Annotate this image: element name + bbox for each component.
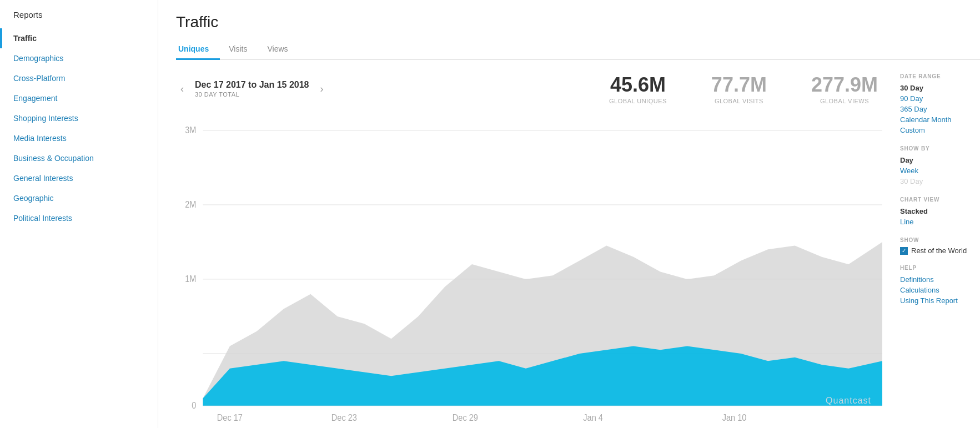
panel-option-calendar-month[interactable]: Calendar Month: [900, 114, 971, 125]
sidebar-item-media-interests[interactable]: Media Interests: [0, 128, 158, 148]
sidebar-item-cross-platform[interactable]: Cross-Platform: [0, 68, 158, 88]
right-panel: Date Range30 Day90 Day365 DayCalendar Mo…: [891, 73, 980, 428]
sidebar: Reports TrafficDemographicsCross-Platfor…: [0, 0, 158, 428]
svg-text:Jan 10: Jan 10: [722, 412, 747, 422]
checkbox-icon-show[interactable]: [900, 247, 908, 255]
panel-option-stacked[interactable]: Stacked: [900, 206, 971, 216]
panel-option-30day[interactable]: 30 Day: [900, 83, 971, 93]
svg-text:2M: 2M: [185, 200, 196, 210]
chart-wrapper: 3M 2M 1M 0 Dec 17 Dec 23 Dec 29 Jan 4 Ja…: [176, 115, 882, 428]
panel-section-show: ShowRest of the World: [900, 237, 971, 255]
panel-section-help: HelpDefinitionsCalculationsUsing This Re…: [900, 265, 971, 306]
stat-global-views: 277.9MGlobal Views: [811, 73, 878, 104]
date-range-block: Dec 17 2017 to Jan 15 2018 30 Day Total: [195, 80, 309, 98]
help-link-calculations[interactable]: Calculations: [900, 285, 971, 295]
panel-option-30day-show: 30 Day: [900, 176, 971, 187]
stat-global-uniques: 45.6MGlobal Uniques: [609, 73, 667, 104]
next-arrow[interactable]: ›: [315, 81, 328, 97]
checkbox-label-show: Rest of the World: [911, 246, 967, 255]
main-content: Traffic UniquesVisitsViews ‹ Dec 17 2017…: [158, 0, 980, 428]
svg-text:Dec 17: Dec 17: [217, 412, 243, 422]
panel-section-title-chart-view: Chart View: [900, 197, 971, 203]
panel-option-365day[interactable]: 365 Day: [900, 104, 971, 114]
svg-text:Dec 23: Dec 23: [331, 412, 357, 422]
help-link-definitions[interactable]: Definitions: [900, 274, 971, 285]
sidebar-item-geographic[interactable]: Geographic: [0, 188, 158, 208]
sidebar-item-demographics[interactable]: Demographics: [0, 48, 158, 68]
svg-text:Jan 4: Jan 4: [583, 412, 603, 422]
stats-header: ‹ Dec 17 2017 to Jan 15 2018 30 Day Tota…: [176, 73, 891, 104]
svg-text:Dec 29: Dec 29: [453, 412, 478, 422]
sidebar-item-general-interests[interactable]: General Interests: [0, 168, 158, 188]
panel-option-custom[interactable]: Custom: [900, 125, 971, 135]
panel-option-day[interactable]: Day: [900, 155, 971, 165]
tab-views[interactable]: Views: [265, 40, 299, 59]
sidebar-item-business-occupation[interactable]: Business & Occupation: [0, 148, 158, 168]
chart-watermark: Quantcast: [826, 396, 871, 406]
panel-option-line[interactable]: Line: [900, 216, 971, 227]
panel-option-week[interactable]: Week: [900, 165, 971, 176]
tab-visits[interactable]: Visits: [227, 40, 258, 59]
panel-section-title-help: Help: [900, 265, 971, 271]
stat-value-global-uniques: 45.6M: [609, 73, 667, 97]
date-range-sub: 30 Day Total: [195, 91, 309, 98]
stat-label-global-uniques: Global Uniques: [609, 98, 667, 104]
panel-section-show-by: Show ByDayWeek30 Day: [900, 145, 971, 187]
traffic-chart: 3M 2M 1M 0 Dec 17 Dec 23 Dec 29 Jan 4 Ja…: [176, 115, 882, 428]
stat-value-global-views: 277.9M: [811, 73, 878, 97]
date-range-text: Dec 17 2017 to Jan 15 2018: [195, 80, 309, 90]
tabs-bar: UniquesVisitsViews: [176, 40, 980, 60]
panel-section-title-show: Show: [900, 237, 971, 243]
stat-label-global-views: Global Views: [811, 98, 878, 104]
checkbox-row-show[interactable]: Rest of the World: [900, 246, 971, 255]
panel-section-chart-view: Chart ViewStackedLine: [900, 197, 971, 227]
stat-global-visits: 77.7MGlobal Visits: [711, 73, 767, 104]
svg-text:1M: 1M: [185, 274, 196, 284]
sidebar-item-traffic[interactable]: Traffic: [0, 28, 158, 48]
sidebar-item-engagement[interactable]: Engagement: [0, 88, 158, 108]
svg-text:3M: 3M: [185, 125, 196, 135]
panel-section-title-date-range: Date Range: [900, 73, 971, 79]
prev-arrow[interactable]: ‹: [176, 81, 188, 97]
reports-label: Reports: [0, 10, 158, 28]
help-link-using-this-report[interactable]: Using This Report: [900, 295, 971, 306]
chart-section: ‹ Dec 17 2017 to Jan 15 2018 30 Day Tota…: [176, 73, 891, 428]
svg-text:0: 0: [192, 400, 196, 410]
page-title: Traffic: [176, 13, 980, 31]
sidebar-item-political-interests[interactable]: Political Interests: [0, 208, 158, 228]
stat-value-global-visits: 77.7M: [711, 73, 767, 97]
stat-label-global-visits: Global Visits: [711, 98, 767, 104]
date-nav: ‹ Dec 17 2017 to Jan 15 2018 30 Day Tota…: [176, 80, 328, 98]
tab-uniques[interactable]: Uniques: [176, 40, 220, 59]
content-area: ‹ Dec 17 2017 to Jan 15 2018 30 Day Tota…: [176, 73, 980, 428]
panel-option-90day[interactable]: 90 Day: [900, 93, 971, 104]
panel-section-title-show-by: Show By: [900, 145, 971, 152]
stats-group: 45.6MGlobal Uniques77.7MGlobal Visits277…: [609, 73, 878, 104]
sidebar-item-shopping-interests[interactable]: Shopping Interests: [0, 108, 158, 128]
panel-section-date-range: Date Range30 Day90 Day365 DayCalendar Mo…: [900, 73, 971, 135]
